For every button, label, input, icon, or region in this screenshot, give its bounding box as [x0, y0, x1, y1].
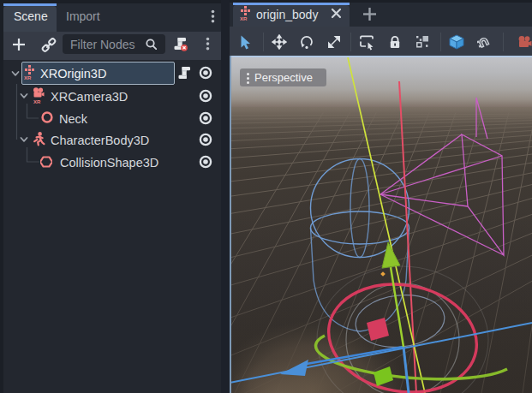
svg-text:XR: XR	[240, 16, 248, 21]
svg-text:XR: XR	[24, 75, 32, 80]
svg-text:XR: XR	[33, 99, 41, 104]
